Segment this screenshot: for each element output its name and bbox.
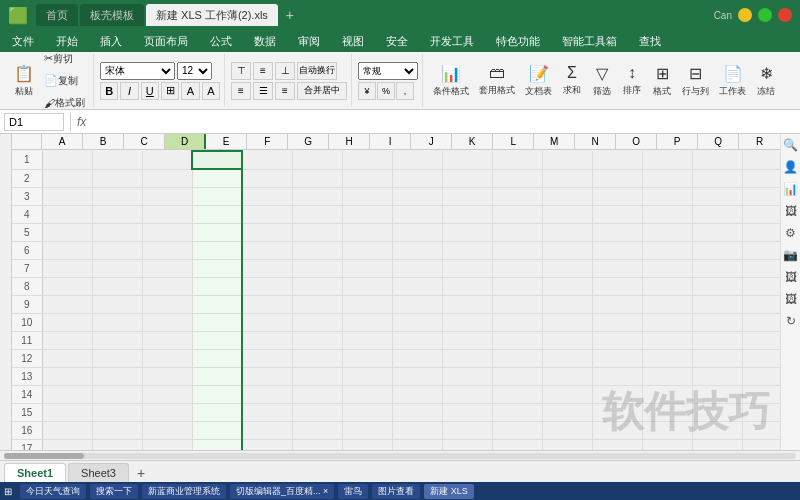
cell-G2[interactable] — [342, 169, 392, 187]
cell-B12[interactable] — [92, 349, 142, 367]
cell-B15[interactable] — [92, 403, 142, 421]
cell-J8[interactable] — [492, 277, 542, 295]
cell-H6[interactable] — [392, 241, 442, 259]
menu-security[interactable]: 安全 — [380, 32, 414, 51]
cell-A2[interactable] — [42, 169, 92, 187]
cell-A13[interactable] — [42, 367, 92, 385]
cell-L3[interactable] — [592, 187, 642, 205]
cell-C15[interactable] — [142, 403, 192, 421]
cell-C10[interactable] — [142, 313, 192, 331]
cell-O15[interactable] — [742, 403, 780, 421]
taskbar-business[interactable]: 新蓝商业管理系统 — [142, 484, 226, 499]
align-top-button[interactable]: ⊤ — [231, 62, 251, 80]
cell-M8[interactable] — [642, 277, 692, 295]
cell-F8[interactable] — [292, 277, 342, 295]
cell-O17[interactable] — [742, 439, 780, 450]
cell-N11[interactable] — [692, 331, 742, 349]
cell-M1[interactable] — [642, 151, 692, 169]
sidebar-image3-icon[interactable]: 🖼 — [785, 270, 797, 284]
merge-center-button[interactable]: 合并居中 — [297, 82, 347, 100]
cell-E7[interactable] — [242, 259, 292, 277]
col-header-k[interactable]: K — [452, 134, 493, 149]
cell-M7[interactable] — [642, 259, 692, 277]
cell-C3[interactable] — [142, 187, 192, 205]
cell-L13[interactable] — [592, 367, 642, 385]
cell-J12[interactable] — [492, 349, 542, 367]
cell-K17[interactable] — [542, 439, 592, 450]
cell-K14[interactable] — [542, 385, 592, 403]
cell-A15[interactable] — [42, 403, 92, 421]
cell-B1[interactable] — [92, 151, 142, 169]
cell-M9[interactable] — [642, 295, 692, 313]
wrap-text-button[interactable]: 自动换行 — [297, 62, 337, 80]
col-header-r[interactable]: R — [739, 134, 780, 149]
font-family-select[interactable]: 宋体 — [100, 62, 175, 80]
percent-button[interactable]: % — [377, 82, 395, 100]
font-size-select[interactable]: 12 — [177, 62, 212, 80]
menu-review[interactable]: 审阅 — [292, 32, 326, 51]
cell-I5[interactable] — [442, 223, 492, 241]
cell-M15[interactable] — [642, 403, 692, 421]
cell-H15[interactable] — [392, 403, 442, 421]
col-header-g[interactable]: G — [288, 134, 329, 149]
cell-M4[interactable] — [642, 205, 692, 223]
cell-J5[interactable] — [492, 223, 542, 241]
cell-E9[interactable] — [242, 295, 292, 313]
copy-button[interactable]: 📄 复制 — [40, 71, 89, 91]
cell-I16[interactable] — [442, 421, 492, 439]
cell-M2[interactable] — [642, 169, 692, 187]
cell-H16[interactable] — [392, 421, 442, 439]
cell-K5[interactable] — [542, 223, 592, 241]
cell-B6[interactable] — [92, 241, 142, 259]
cell-C9[interactable] — [142, 295, 192, 313]
menu-formula[interactable]: 公式 — [204, 32, 238, 51]
cell-E12[interactable] — [242, 349, 292, 367]
cell-G7[interactable] — [342, 259, 392, 277]
horizontal-scrollbar[interactable] — [0, 450, 800, 460]
cell-N17[interactable] — [692, 439, 742, 450]
cell-I17[interactable] — [442, 439, 492, 450]
cell-A12[interactable] — [42, 349, 92, 367]
cell-J16[interactable] — [492, 421, 542, 439]
cell-I12[interactable] — [442, 349, 492, 367]
paste-button[interactable]: 📋 粘贴 — [10, 56, 38, 106]
cell-J1[interactable] — [492, 151, 542, 169]
cell-G10[interactable] — [342, 313, 392, 331]
cell-D3[interactable] — [192, 187, 242, 205]
cell-L15[interactable] — [592, 403, 642, 421]
cell-E1[interactable] — [242, 151, 292, 169]
cell-J4[interactable] — [492, 205, 542, 223]
freeze-button[interactable]: ❄ 冻结 — [752, 56, 780, 106]
taskbar-editor[interactable]: 切版编辑器_百度精... × — [230, 484, 334, 499]
underline-button[interactable]: U — [141, 82, 159, 100]
cell-K16[interactable] — [542, 421, 592, 439]
cell-D10[interactable] — [192, 313, 242, 331]
cell-J2[interactable] — [492, 169, 542, 187]
cell-J7[interactable] — [492, 259, 542, 277]
cell-L16[interactable] — [592, 421, 642, 439]
fill-color-button[interactable]: A — [181, 82, 199, 100]
cell-H4[interactable] — [392, 205, 442, 223]
cell-H11[interactable] — [392, 331, 442, 349]
cell-C6[interactable] — [142, 241, 192, 259]
cell-A7[interactable] — [42, 259, 92, 277]
col-header-o[interactable]: O — [616, 134, 657, 149]
menu-data[interactable]: 数据 — [248, 32, 282, 51]
tab-current-file[interactable]: 新建 XLS 工作薄(2).xls — [146, 4, 278, 26]
cell-G5[interactable] — [342, 223, 392, 241]
cell-J3[interactable] — [492, 187, 542, 205]
cell-L9[interactable] — [592, 295, 642, 313]
cell-L7[interactable] — [592, 259, 642, 277]
comma-button[interactable]: , — [396, 82, 414, 100]
cell-H2[interactable] — [392, 169, 442, 187]
cell-A3[interactable] — [42, 187, 92, 205]
cell-A16[interactable] — [42, 421, 92, 439]
cell-G9[interactable] — [342, 295, 392, 313]
cell-F17[interactable] — [292, 439, 342, 450]
minimize-button[interactable] — [738, 8, 752, 22]
cell-I1[interactable] — [442, 151, 492, 169]
cell-A11[interactable] — [42, 331, 92, 349]
close-button[interactable] — [778, 8, 792, 22]
cell-N12[interactable] — [692, 349, 742, 367]
cell-M17[interactable] — [642, 439, 692, 450]
